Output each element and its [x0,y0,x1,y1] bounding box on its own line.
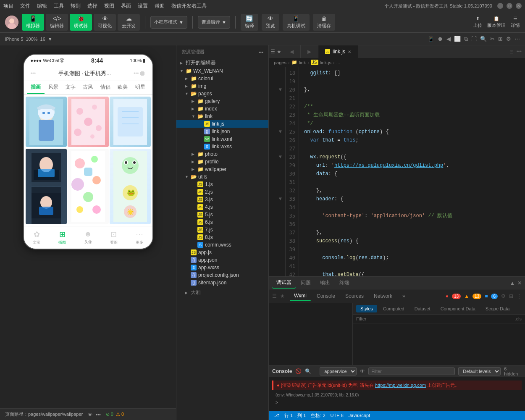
split-editor-icon[interactable]: ⊟ [509,49,514,55]
tab-close-icon[interactable]: ✕ [348,50,351,54]
style-tab-styles[interactable]: Styles [356,305,377,312]
tree-item-link-wxss[interactable]: S link.wxss [176,143,268,150]
chevron-down-icon-3[interactable]: ▼ [48,37,52,42]
tree-root[interactable]: ▼ 📁 WX_WENAN [176,67,268,75]
opened-editors-section[interactable]: ▶ 打开的编辑器 [176,58,268,67]
tree-item-sitemapjson[interactable]: {} sitemap.json [176,279,268,286]
phone-tab-ancient[interactable]: 古风 [79,81,97,94]
simulator-button[interactable]: 📱 模拟器 [22,14,44,31]
sub-tab-more[interactable]: » [398,291,410,301]
menu-item-wechat-devtools[interactable]: 微信开发者工具 [171,3,207,10]
tree-item-wallpaper[interactable]: ▶ 📁 wallpaper [176,165,268,173]
tree-item-comm-wxss[interactable]: S comm.wxss [176,241,268,249]
devtools-menu-icon[interactable]: ⋮ [517,293,522,299]
menu-item-goto[interactable]: 转到 [71,3,81,10]
style-tab-dataset[interactable]: Dataset [410,305,435,312]
breadcrumb-link[interactable]: link [299,60,306,65]
style-tab-computed[interactable]: Computed [379,305,409,312]
phone-icon[interactable]: 📱 [428,36,434,42]
tree-item-utils[interactable]: ▼ 📂 utils [176,173,268,181]
tree-item-8js[interactable]: JS 8.js [176,234,268,241]
menu-item-help[interactable]: 帮助 [155,3,165,10]
phone-image-6[interactable]: 🐸 🌟 [110,149,151,224]
eye-icon[interactable]: 👁 [88,412,92,417]
devtools-tab-terminal[interactable]: 终端 [335,278,354,288]
menu-item-tools[interactable]: 工具 [54,3,64,10]
console-filter-input[interactable] [368,368,455,375]
menu-item-interface[interactable]: 界面 [121,3,131,10]
breadcrumb-more[interactable]: ... [336,60,340,65]
compile-button[interactable]: 🔄 编译 [241,14,258,31]
devtools-close-icon[interactable]: ✕ [517,280,522,286]
devtools-tab-debugger[interactable]: 调试器 [272,277,296,289]
phone-record-icon[interactable]: ⏺ [139,70,146,77]
upload-button[interactable]: ⬆ 上传 [473,16,482,29]
tree-item-gallery[interactable]: ▶ 📁 gallery [176,97,268,105]
menu-item-project[interactable]: 项目 [3,3,13,10]
phone-nav-more[interactable]: ⋯ 更多 [126,228,152,247]
window-maximize-button[interactable]: □ [507,3,512,9]
grid-icon[interactable]: ⊞ [498,36,503,42]
back-icon[interactable]: ◀ [446,36,451,42]
tree-item-appwxss[interactable]: S app.wxss [176,264,268,271]
real-machine-button[interactable]: 📱 真机调试 [283,14,310,31]
phone-menu-icon[interactable]: ••• [31,71,36,76]
log-level-selector[interactable]: Default levels [458,367,501,375]
phone-tab-text[interactable]: 文字 [62,81,79,94]
sub-tab-wxml[interactable]: Wxml [290,291,311,301]
style-tab-component-data[interactable]: Component Data [436,305,480,312]
tree-item-3js[interactable]: JS 3.js [176,196,268,203]
devtools-layout-icon[interactable]: ⊟ [509,293,513,299]
editor-button[interactable]: </> 编辑器 [46,14,68,31]
devtools-gear-icon[interactable]: ⚙ [501,293,506,299]
tree-item-index[interactable]: ▶ 📁 index [176,105,268,113]
mode-dropdown[interactable]: 小程序模式 ▼ [150,16,187,29]
version-button[interactable]: 📋 版本管理 [487,16,506,29]
window-minimize-button[interactable]: — [497,3,503,9]
tree-item-appjs[interactable]: JS app.js [176,249,268,256]
devtools-panel-icon[interactable]: ☰ [272,293,277,299]
console-clear-icon[interactable]: 🚫 [295,368,302,374]
window-close-button[interactable]: ✕ [516,3,522,9]
record-icon[interactable]: ⏺ [438,36,443,42]
phone-nav-view[interactable]: ⊡ 看图 [101,228,126,247]
error-link[interactable]: https://mp.weixin.qq.com [375,383,426,388]
tree-item-pages[interactable]: ▼ 📂 pages [176,90,268,97]
preview-button[interactable]: 👁 预览 [262,14,279,31]
tree-item-4js[interactable]: JS 4.js [176,203,268,211]
sub-tab-network[interactable]: Network [370,291,396,301]
devtools-tab-issues[interactable]: 问题 [297,278,315,288]
menu-item-file[interactable]: 文件 [20,3,30,10]
more-options-icon[interactable]: ••• [96,412,101,417]
phone-nav-avatar[interactable]: ☻ 头像 [75,228,101,247]
phone-image-5[interactable] [68,149,109,224]
tree-item-projectconfig[interactable]: {} project.config.json [176,271,268,279]
tree-item-link-json[interactable]: {} link.json [176,128,268,135]
phone-image-2[interactable] [68,97,109,147]
expand-icon[interactable]: ⛶ [471,36,477,42]
compile-mode-dropdown[interactable]: 普通编译 ▼ [198,16,230,29]
filter-input[interactable] [356,316,515,321]
sub-tab-console[interactable]: Console [312,291,339,301]
cut-icon[interactable]: ✂ [490,36,495,42]
console-filter-icon[interactable]: 🔍 [305,368,311,374]
tree-item-photo[interactable]: ▶ 📁 photo [176,150,268,158]
devtools-tab-output[interactable]: 输出 [316,278,334,288]
phone-tab-scenery[interactable]: 风景 [45,81,62,94]
forward-nav-button[interactable]: ▶ [301,45,318,58]
menu-item-select[interactable]: 选择 [87,3,97,10]
tree-item-dafang[interactable]: ▶ 大厢 [176,288,268,297]
tree-item-img[interactable]: ▶ 📁 img [176,82,268,90]
service-selector[interactable]: appservice [320,367,357,375]
tree-item-appjson[interactable]: {} app.json [176,256,268,264]
code-editor-area[interactable]: gglist: [] }, /** * 生命周期函数--监听页面加载 */ on… [299,67,525,276]
phone-image-3[interactable] [110,97,151,147]
detail-button[interactable]: ☰ 详情 [511,16,520,29]
menu-item-edit[interactable]: 编辑 [37,3,47,10]
sub-tab-sources[interactable]: Sources [341,291,368,301]
tree-item-link-js[interactable]: JS link.js [176,120,268,128]
rotate-icon[interactable]: ⬜ [454,36,461,42]
breadcrumb-pages[interactable]: pages [274,60,286,65]
copy-icon[interactable]: ⧉ [464,36,468,42]
tree-item-1js[interactable]: JS 1.js [176,181,268,188]
